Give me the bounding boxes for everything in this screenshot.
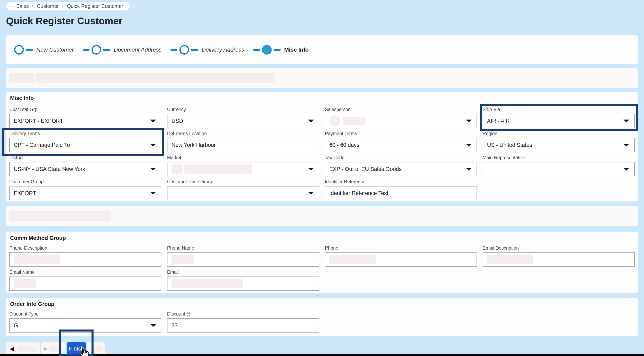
- email-name-input[interactable]: [9, 276, 162, 291]
- field-label-phone-description: Phone Description: [9, 245, 162, 251]
- breadcrumb: ›Sales›Customer›Quick Register Customer: [6, 2, 130, 11]
- order-info-panel: Order Info Group Discount TypeGDiscount …: [6, 298, 638, 336]
- field-label-main-representative: Main Representative: [482, 155, 635, 160]
- breadcrumb-item-sales[interactable]: Sales: [16, 3, 29, 9]
- breadcrumb-item-customer[interactable]: Customer: [37, 3, 59, 9]
- field-payment-terms: Payment Terms60 - 60 days: [325, 131, 477, 152]
- field-salesperson: Salesperson: [325, 107, 477, 128]
- step-label-delivery-address: Delivery Address: [202, 47, 244, 53]
- field-label-tax-code: Tax Code: [325, 155, 477, 160]
- field-value-identifier-reference: Identifier Reference Test: [329, 190, 388, 197]
- field-label-identifier-reference: Identifier Reference: [325, 179, 477, 184]
- email-description-input[interactable]: [482, 252, 635, 267]
- dropdown-caret-icon: [150, 144, 156, 146]
- field-value-discount-type: G: [14, 322, 18, 329]
- customer-price-group-select[interactable]: [167, 186, 319, 200]
- breadcrumb-item-quick-register-customer[interactable]: Quick Register Customer: [67, 3, 123, 9]
- redacted-value: [184, 164, 252, 174]
- field-market: Market: [167, 155, 319, 176]
- field-label-region: Region: [482, 131, 635, 136]
- redacted-extra-label: [90, 346, 102, 352]
- field-currency: CurrencyUSD: [167, 107, 319, 128]
- breadcrumb-separator-icon: ›: [32, 3, 34, 9]
- district-select[interactable]: US-NY - USA State New York: [9, 162, 162, 176]
- field-region: RegionUS - United States: [482, 131, 635, 152]
- dropdown-caret-icon: [466, 168, 472, 170]
- previous-button[interactable]: ◀: [6, 342, 40, 355]
- field-cust-stat-grp: Cust Stat GrpEXPORT - EXPORT: [9, 107, 162, 128]
- note-strip-redacted: [6, 206, 638, 226]
- field-label-currency: Currency: [167, 107, 319, 112]
- dropdown-caret-icon: [466, 144, 472, 146]
- step-connector: [253, 49, 260, 51]
- dropdown-caret-icon: [624, 120, 630, 122]
- step-label-document-address: Document Address: [114, 47, 162, 53]
- dropdown-caret-icon: [308, 120, 314, 122]
- section-title-comm-method: Comm Method Group: [9, 235, 635, 241]
- field-tax-code: Tax CodeEXP - Out of EU Sales Goods: [325, 155, 477, 176]
- field-label-customer-price-group: Customer Price Group: [167, 179, 319, 184]
- dropdown-caret-icon: [150, 324, 156, 327]
- market-select[interactable]: [167, 162, 319, 176]
- field-label-phone-name: Phone Name: [167, 245, 319, 251]
- next-arrow-icon: ▶: [44, 346, 48, 351]
- order-info-grid: Discount TypeGDiscount %33: [9, 311, 635, 332]
- email-input[interactable]: [167, 276, 319, 291]
- redacted-value: [14, 279, 36, 288]
- delivery-terms-select[interactable]: CPT - Carriage Paid To: [9, 138, 162, 152]
- field-customer-group: Customer GroupEXPORT: [9, 179, 162, 200]
- field-value-region: US - United States: [487, 142, 532, 148]
- field-value-delivery-terms: CPT - Carriage Paid To: [14, 142, 70, 148]
- payment-terms-select[interactable]: 60 - 60 days: [325, 138, 477, 152]
- redacted-value: [172, 255, 194, 264]
- step-connector: [170, 49, 177, 51]
- field-customer-price-group: Customer Price Group: [167, 179, 319, 200]
- dropdown-caret-icon: [150, 168, 156, 170]
- redacted-value: [329, 255, 376, 264]
- dropdown-caret-icon: [624, 144, 630, 146]
- breadcrumb-separator-icon: ›: [62, 3, 64, 9]
- cursor-pointer-icon: [78, 347, 90, 356]
- finish-button-area: Finish: [67, 342, 86, 355]
- salesperson-select[interactable]: [325, 114, 477, 128]
- wizard-stepper: New CustomerDocument AddressDelivery Add…: [6, 35, 638, 64]
- redacted-value: [329, 115, 340, 127]
- phone-input[interactable]: [325, 252, 477, 267]
- field-label-delivery-terms: Delivery Terms: [9, 131, 162, 136]
- main-representative-select[interactable]: [482, 162, 635, 176]
- step-circle-misc-info[interactable]: [262, 45, 272, 55]
- field-email-name: Email Name: [9, 269, 162, 291]
- step-circle-new-customer[interactable]: [14, 45, 24, 55]
- step-connector: [274, 49, 280, 51]
- previous-arrow-icon: ◀: [10, 346, 14, 351]
- step-circle-document-address[interactable]: [92, 45, 101, 55]
- phone-name-input[interactable]: [167, 252, 319, 267]
- field-label-market: Market: [167, 155, 319, 160]
- identifier-reference-input[interactable]: Identifier Reference Test: [325, 186, 477, 200]
- field-label-del-terms-location: Del Terms Location: [167, 131, 319, 136]
- currency-select[interactable]: USD: [167, 114, 319, 128]
- redacted-value: [172, 164, 182, 174]
- step-circle-delivery-address[interactable]: [180, 45, 189, 55]
- field-identifier-reference: Identifier ReferenceIdentifier Reference…: [325, 179, 477, 200]
- cust-stat-grp-select[interactable]: EXPORT - EXPORT: [9, 114, 162, 128]
- customer-group-select[interactable]: EXPORT: [9, 186, 162, 200]
- discount-input[interactable]: 33: [167, 318, 319, 332]
- del-terms-location-input[interactable]: New York Harbour: [167, 138, 319, 152]
- dropdown-caret-icon: [466, 120, 472, 122]
- region-select[interactable]: US - United States: [482, 138, 635, 152]
- tax-code-select[interactable]: EXP - Out of EU Sales Goods: [325, 162, 477, 176]
- comm-method-panel: Comm Method Group Phone DescriptionPhone…: [6, 232, 638, 293]
- field-discount-type: Discount TypeG: [9, 311, 162, 332]
- discount-type-select[interactable]: G: [9, 318, 162, 332]
- ship-via-select[interactable]: AIR - AIR: [482, 114, 635, 128]
- field-label-phone: Phone: [325, 245, 477, 251]
- phone-description-input[interactable]: [9, 252, 162, 267]
- next-button[interactable]: ▶: [41, 342, 65, 355]
- step-connector: [26, 49, 33, 51]
- field-label-discount-type: Discount Type: [9, 311, 162, 316]
- field-label-district: District: [9, 155, 162, 160]
- field-label-payment-terms: Payment Terms: [325, 131, 477, 136]
- redacted-value: [14, 255, 60, 264]
- field-email-description: Email Description: [482, 245, 635, 267]
